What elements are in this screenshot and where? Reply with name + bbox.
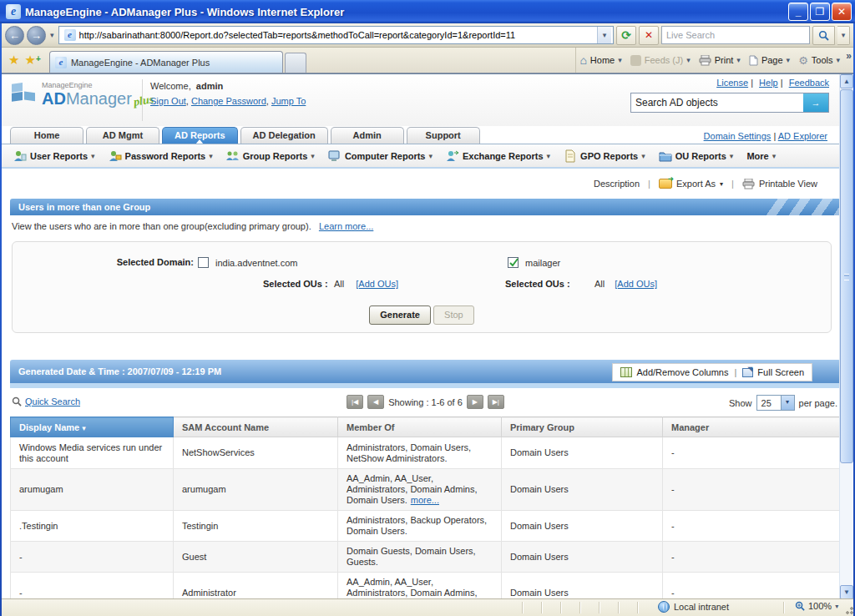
export-as-button[interactable]: Export As▾ bbox=[659, 179, 723, 189]
scrollbar-thumb[interactable] bbox=[840, 89, 853, 463]
scrollbar-up-button[interactable]: ▲ bbox=[840, 74, 853, 88]
restore-button[interactable]: ❐ bbox=[810, 3, 830, 21]
menu-computer-reports[interactable]: Computer Reports▾ bbox=[328, 149, 433, 163]
feeds-button[interactable]: Feeds (J)▾ bbox=[627, 50, 694, 70]
more-link[interactable]: more... bbox=[411, 495, 439, 505]
ie-logo-icon: e bbox=[6, 4, 21, 19]
refresh-button[interactable]: ⟳ bbox=[616, 26, 636, 45]
pager-first-button[interactable]: |◀ bbox=[347, 395, 363, 409]
live-search-box[interactable] bbox=[661, 26, 810, 44]
recent-pages-dropdown-icon[interactable]: ▾ bbox=[48, 31, 56, 39]
column-header-display-name[interactable]: Display Name ▾ bbox=[11, 417, 174, 437]
address-dropdown-icon[interactable]: ▾ bbox=[597, 27, 611, 43]
home-button[interactable]: ⌂Home▾ bbox=[576, 50, 625, 70]
window-frame-left bbox=[0, 23, 2, 616]
cell-primary-group: Domain Users bbox=[502, 469, 663, 511]
menu-gpo-reports[interactable]: GPO Reports▾ bbox=[564, 149, 645, 163]
favorites-star-icon[interactable]: ★ bbox=[0, 53, 23, 73]
column-header-member-of[interactable]: Member Of bbox=[338, 417, 502, 437]
column-header-manager[interactable]: Manager bbox=[663, 417, 842, 437]
search-options-dropdown-icon[interactable]: ▾ bbox=[837, 26, 850, 45]
decorative-stripes bbox=[766, 199, 841, 215]
minimize-button[interactable]: _ bbox=[788, 3, 808, 21]
ad-search-input[interactable] bbox=[631, 93, 803, 112]
learn-more-link[interactable]: Learn more... bbox=[319, 221, 373, 231]
live-search-input[interactable] bbox=[666, 30, 805, 40]
tab-home[interactable]: Home bbox=[10, 127, 83, 144]
tab-favicon-icon: e bbox=[55, 57, 67, 68]
browser-tab[interactable]: e ManageEngine - ADManager Plus bbox=[49, 51, 283, 73]
column-header-sam-account-name[interactable]: SAM Account Name bbox=[174, 417, 338, 437]
search-magnifier-button[interactable] bbox=[812, 26, 835, 45]
zoom-dropdown-icon[interactable]: ▾ bbox=[835, 603, 838, 610]
select-dropdown-icon[interactable]: ▾ bbox=[781, 396, 794, 410]
sign-out-link[interactable]: Sign Out bbox=[150, 96, 186, 106]
chevron-down-icon[interactable]: ▾ bbox=[736, 56, 741, 64]
zoom-control[interactable]: 100% ▾ bbox=[795, 601, 838, 611]
full-screen-button[interactable]: Full Screen bbox=[742, 367, 804, 377]
change-password-link[interactable]: Change Password bbox=[191, 96, 266, 106]
url-input[interactable] bbox=[79, 30, 597, 40]
cell-primary-group: Domain Users bbox=[502, 573, 663, 599]
scrollbar-down-button[interactable]: ▼ bbox=[840, 585, 853, 598]
new-tab-button[interactable] bbox=[285, 53, 306, 73]
license-link[interactable]: License bbox=[716, 78, 748, 88]
pager-prev-button[interactable]: ◀ bbox=[367, 395, 384, 409]
pager-last-button[interactable]: ▶| bbox=[488, 395, 504, 409]
chevron-down-icon[interactable]: ▾ bbox=[836, 56, 840, 64]
feedback-link[interactable]: Feedback bbox=[789, 78, 829, 88]
vertical-scrollbar[interactable]: ▲ ▼ bbox=[839, 74, 853, 598]
domain-settings-link[interactable]: Domain Settings bbox=[704, 131, 772, 141]
printable-view-button[interactable]: Printable View bbox=[742, 179, 817, 189]
per-page-select[interactable]: 25 ▾ bbox=[756, 395, 795, 411]
selected-ous-label: Selected OUs : bbox=[263, 279, 328, 289]
column-header-primary-group[interactable]: Primary Group bbox=[502, 417, 663, 437]
tab-ad-reports[interactable]: AD Reports bbox=[162, 127, 238, 144]
tools-button[interactable]: ⚙Tools▾ bbox=[795, 50, 843, 70]
chevron-down-icon: ▾ bbox=[428, 152, 433, 160]
cell-member-of: Administrators, Backup Operators, Domain… bbox=[338, 511, 502, 542]
table-row: - Guest Domain Guests, Domain Users, Gue… bbox=[11, 542, 842, 573]
ad-explorer-link[interactable]: AD Explorer bbox=[778, 131, 827, 141]
chevron-down-icon: ▾ bbox=[547, 152, 551, 160]
tab-ad-mgmt[interactable]: AD Mgmt bbox=[86, 127, 159, 144]
tab-ad-delegation[interactable]: AD Delegation bbox=[240, 127, 328, 144]
home-icon: ⌂ bbox=[579, 53, 586, 67]
chevron-down-icon[interactable]: ▾ bbox=[787, 56, 791, 64]
add-remove-columns-button[interactable]: Add/Remove Columns bbox=[620, 367, 728, 377]
zoom-magnifier-icon bbox=[795, 601, 805, 611]
computer-reports-icon bbox=[328, 149, 341, 163]
chevron-down-icon[interactable]: ▾ bbox=[618, 56, 622, 64]
domain-checkbox-india[interactable] bbox=[198, 257, 209, 268]
tab-admin[interactable]: Admin bbox=[331, 127, 404, 144]
chevron-down-icon: ▾ bbox=[772, 152, 777, 160]
toolbar-overflow-icon[interactable]: » bbox=[846, 50, 852, 62]
domain-checkbox-mailager[interactable] bbox=[508, 257, 519, 268]
jump-to-link[interactable]: Jump To bbox=[271, 96, 306, 106]
forward-button[interactable]: → bbox=[27, 26, 46, 45]
menu-group-reports[interactable]: Group Reports▾ bbox=[226, 149, 315, 163]
help-link[interactable]: Help bbox=[759, 78, 778, 88]
page-button[interactable]: Page▾ bbox=[746, 50, 793, 70]
menu-more[interactable]: More▾ bbox=[746, 151, 776, 161]
tab-support[interactable]: Support bbox=[407, 127, 480, 144]
add-ous-link[interactable]: [Add OUs] bbox=[356, 279, 398, 289]
menu-user-reports[interactable]: User Reports▾ bbox=[13, 149, 95, 163]
menu-password-reports[interactable]: Password Reports▾ bbox=[109, 149, 213, 163]
print-button[interactable]: Print▾ bbox=[696, 50, 744, 70]
ad-search-box[interactable]: → bbox=[630, 93, 829, 113]
address-field[interactable]: e ▾ bbox=[58, 26, 614, 44]
search-go-button[interactable]: → bbox=[803, 93, 828, 112]
back-button[interactable]: ← bbox=[5, 26, 24, 45]
generate-button[interactable]: Generate bbox=[369, 305, 431, 325]
add-ous-link[interactable]: [Add OUs] bbox=[615, 279, 657, 289]
menu-exchange-reports[interactable]: Exchange Reports▾ bbox=[446, 149, 550, 163]
stop-button[interactable]: ✕ bbox=[639, 26, 659, 45]
cell-sam-account: Testingin bbox=[174, 511, 338, 542]
menu-ou-reports[interactable]: OU Reports▾ bbox=[659, 149, 734, 163]
pager-next-button[interactable]: ▶ bbox=[467, 395, 483, 409]
close-button[interactable]: ✕ bbox=[832, 3, 852, 21]
add-favorite-icon[interactable]: ★+ bbox=[23, 53, 43, 73]
description-link[interactable]: Description bbox=[594, 179, 640, 189]
printer-icon bbox=[699, 55, 711, 66]
